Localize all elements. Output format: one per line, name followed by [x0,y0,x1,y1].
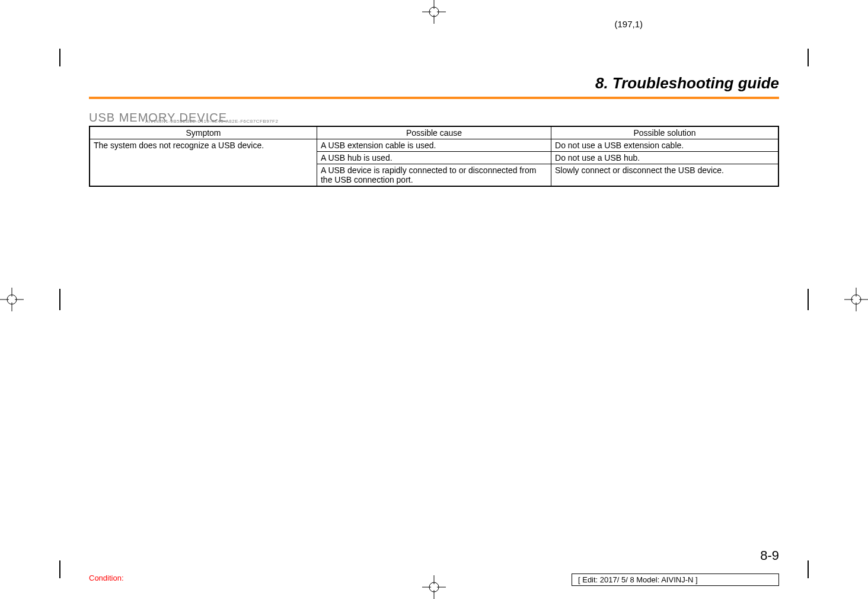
page-coordinate: (197,1) [614,19,643,29]
edit-info-box: [ Edit: 2017/ 5/ 8 Model: AIVINJ-N ] [572,573,779,586]
section-heading-id: AIVINJN1-9B58EB2E-0419-4E45-A82E-F6C87CF… [145,119,278,124]
table-cell-solution: Do not use a USB hub. [551,152,778,164]
heading-accent-bar [89,97,779,99]
crop-mark-top-icon [422,0,446,24]
trim-tick-bottom-right [808,560,809,578]
chapter-title: 8. Troubleshooting guide [595,74,779,93]
table-row: The system does not recognize a USB devi… [90,139,778,152]
crop-mark-left-icon [0,288,24,311]
table-cell-cause: A USB extension cable is used. [317,139,551,152]
page-number: 8-9 [760,548,779,563]
table-header-row: Symptom Possible cause Possible solution [90,126,778,139]
table-header-cause: Possible cause [317,126,551,139]
trim-tick-top-left [59,49,60,66]
trim-tick-right [808,289,809,310]
table-cell-solution: Slowly connect or disconnect the USB dev… [551,164,778,187]
crop-mark-bottom-icon [422,575,446,599]
table-cell-cause: A USB hub is used. [317,152,551,164]
table-cell-solution: Do not use a USB extension cable. [551,139,778,152]
table-cell-cause: A USB device is rapidly connected to or … [317,164,551,187]
trim-tick-bottom-left [59,560,60,578]
table-header-symptom: Symptom [90,126,317,139]
table-cell-symptom: The system does not recognize a USB devi… [90,139,317,187]
trim-tick-left [59,289,60,310]
condition-label: Condition: [89,573,124,582]
table-header-solution: Possible solution [551,126,778,139]
crop-mark-right-icon [844,288,868,311]
troubleshooting-table: Symptom Possible cause Possible solution… [89,126,779,187]
trim-tick-top-right [808,49,809,66]
